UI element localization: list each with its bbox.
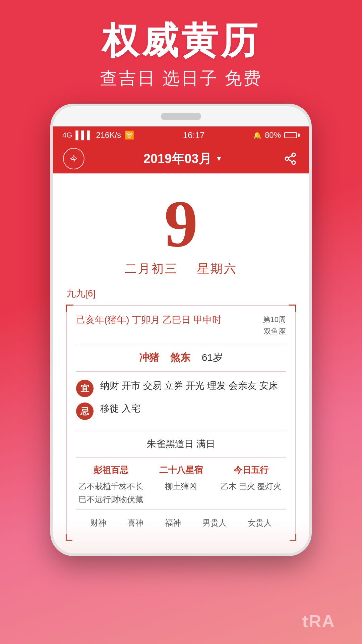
chong-row: 冲猪 煞东 61岁: [76, 344, 286, 372]
phone-mockup: 4G ▌▌▌ 216K/s 🛜 16:17 🔔 80% 今 2019年03月 ▼: [50, 104, 312, 556]
chong-age: 61岁: [202, 352, 223, 363]
status-time: 16:17: [183, 130, 204, 141]
three-col-section: 彭祖百忌 二十八星宿 今日五行 乙不栽植千株不长 巳不远行财物伏藏 柳土獐凶 乙…: [76, 458, 286, 509]
nan-guiren-label: 男贵人: [202, 518, 227, 528]
col3-title: 今日五行: [216, 464, 286, 476]
zodiac-label: 双鱼座: [263, 325, 286, 337]
main-title: 权威黄历: [0, 20, 362, 61]
big-day-number: 9: [53, 190, 309, 257]
share-button[interactable]: [282, 150, 299, 167]
wifi-icon: 🛜: [124, 130, 134, 140]
ganzhi-side: 第10周 双鱼座: [263, 314, 286, 337]
lunar-weekday: 二月初三 星期六: [53, 261, 309, 277]
sha-direction: 煞东: [170, 352, 190, 363]
alarm-icon: 🔔: [253, 131, 261, 139]
sub-title: 查吉日 选日子 免费: [0, 67, 362, 90]
status-left: 4G ▌▌▌ 216K/s 🛜: [62, 130, 134, 140]
col3-content: 乙木 巳火 覆灯火: [216, 480, 286, 506]
ji-row: 忌 移徙 入宅: [76, 401, 286, 420]
yi-content: 纳财 开市 交易 立券 开光 理发 会亲友 安床: [100, 378, 286, 393]
xishen-label: 喜神: [127, 518, 143, 528]
svg-line-4: [288, 156, 292, 158]
three-col-header: 彭祖百忌 二十八星宿 今日五行: [76, 464, 286, 476]
jiu-jiu-label: 九九[6]: [66, 287, 296, 300]
bottom-icons-row: 财神 喜神 福神 男贵人 女贵人: [76, 509, 286, 532]
hero-section: 权威黄历 查吉日 选日子 免费: [0, 0, 362, 104]
col1-title: 彭祖百忌: [76, 464, 146, 476]
battery-percent: 80%: [265, 130, 281, 140]
info-card: 己亥年(猪年) 丁卯月 乙巳日 甲申时 第10周 双鱼座 冲猪 煞东 61岁: [66, 305, 296, 540]
phone-top-bar: [53, 106, 309, 126]
battery-icon: [284, 132, 300, 138]
signal-icon: 4G: [62, 131, 72, 140]
caishen-label: 财神: [90, 518, 106, 528]
col2-title: 二十八星宿: [146, 464, 216, 476]
week-label: 第10周: [263, 314, 286, 325]
dropdown-arrow-icon: ▼: [216, 154, 223, 163]
ji-content: 移徙 入宅: [100, 401, 286, 416]
today-button[interactable]: 今: [63, 148, 84, 169]
network-speed: 216K/s: [96, 130, 121, 140]
svg-line-3: [288, 160, 292, 162]
status-bar: 4G ▌▌▌ 216K/s 🛜 16:17 🔔 80%: [53, 126, 309, 144]
col1-content: 乙不栽植千株不长 巳不远行财物伏藏: [76, 480, 146, 506]
col1-line1: 乙不栽植千株不长: [76, 480, 146, 493]
signal-bars: ▌▌▌: [75, 130, 93, 140]
status-right: 🔔 80%: [253, 130, 300, 140]
date-display: 9 二月初三 星期六: [53, 173, 309, 287]
info-section: 九九[6] 己亥年(猪年) 丁卯月 乙巳日 甲申时 第10周 双鱼座 冲猪: [53, 287, 309, 553]
ganzhi-row: 己亥年(猪年) 丁卯月 乙巳日 甲申时 第10周 双鱼座: [76, 314, 286, 344]
month-label: 2019年03月: [143, 150, 212, 167]
ganzhi-main: 己亥年(猪年) 丁卯月 乙巳日 甲申时: [76, 314, 222, 326]
today-btn-label: 今: [70, 154, 77, 164]
col2-content: 柳土獐凶: [146, 480, 216, 506]
black-day-row: 朱雀黑道日 满日: [76, 431, 286, 458]
fushen-label: 福神: [165, 518, 181, 528]
nv-guiren-label: 女贵人: [248, 518, 272, 528]
app-content: 9 二月初三 星期六 九九[6] 己亥年(猪年) 丁卯月 乙巳日 甲申时 第10…: [53, 173, 309, 553]
month-selector[interactable]: 2019年03月 ▼: [143, 150, 223, 167]
yi-badge: 宜: [76, 380, 94, 397]
brand-text: tRA: [302, 611, 335, 631]
yi-ji-section: 宜 纳财 开市 交易 立券 开光 理发 会亲友 安床 忌 移徙 入宅: [76, 372, 286, 431]
col1-line2: 巳不远行财物伏藏: [76, 493, 146, 506]
weekday-text: 星期六: [197, 262, 237, 275]
phone-speaker: [161, 113, 201, 120]
lunar-date-text: 二月初三: [125, 262, 178, 275]
three-col-content: 乙不栽植千株不长 巳不远行财物伏藏 柳土獐凶 乙木 巳火 覆灯火: [76, 480, 286, 506]
yi-row: 宜 纳财 开市 交易 立券 开光 理发 会亲友 安床: [76, 378, 286, 397]
chong-label: 冲猪: [139, 352, 159, 363]
app-header: 今 2019年03月 ▼: [53, 144, 309, 173]
ji-badge: 忌: [76, 402, 94, 420]
